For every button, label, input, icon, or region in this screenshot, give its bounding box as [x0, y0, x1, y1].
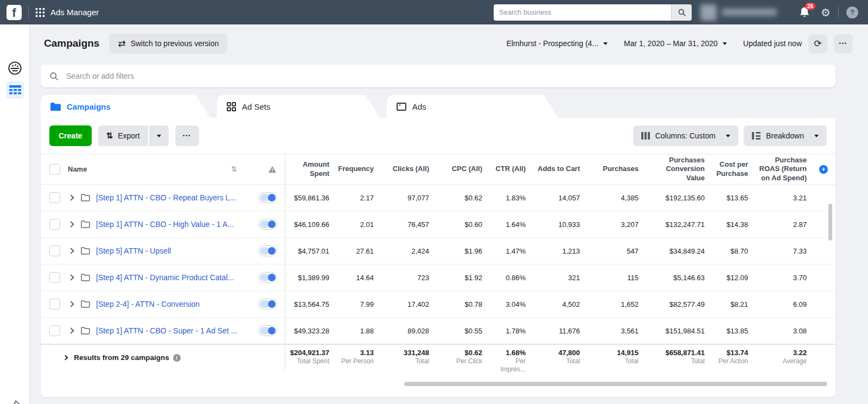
campaign-toggle[interactable]: [258, 272, 277, 283]
campaign-name-link[interactable]: [Step 2-4] - ATTN - Conversion: [96, 300, 254, 308]
total-sub: Total: [625, 357, 639, 365]
column-header-ctr[interactable]: CTR (All): [490, 165, 533, 173]
table-row: [Step 1] ATTN - CBO - Super - 1 Ad Set .…: [41, 318, 835, 344]
column-header-amount-spent[interactable]: Amount Spent: [285, 160, 337, 178]
cell-roas: 3.08: [756, 327, 814, 335]
business-search-input[interactable]: [494, 4, 671, 21]
chevron-down-icon: [814, 135, 819, 137]
cell-amount-spent: $4,757.01: [285, 247, 337, 255]
pin-icon[interactable]: [8, 399, 22, 404]
total-roas: 3.22: [793, 349, 807, 357]
folder-icon: [81, 327, 90, 334]
row-checkbox[interactable]: [49, 219, 60, 230]
expand-chevron-icon[interactable]: [68, 194, 74, 200]
create-button[interactable]: Create: [49, 125, 92, 146]
sort-icon[interactable]: ⇅: [231, 165, 237, 173]
chevron-down-icon: [723, 42, 727, 45]
campaigns-table-nav-icon[interactable]: [6, 81, 24, 99]
campaign-toggle[interactable]: [258, 299, 277, 310]
date-range-selector[interactable]: Mar 1, 2020 – Mar 31, 2020: [624, 39, 727, 48]
refresh-button[interactable]: ⟳: [808, 34, 827, 53]
campaign-name-link[interactable]: [Step 4] ATTN - Dynamic Product Catal...: [96, 273, 254, 282]
notifications-button[interactable]: 26: [799, 7, 811, 18]
campaign-toggle[interactable]: [258, 192, 277, 203]
export-dropdown-button[interactable]: [149, 125, 169, 146]
create-button-label: Create: [59, 131, 82, 140]
cell-purchases: 4,385: [588, 194, 646, 202]
swap-arrows-icon: ⇄: [118, 38, 125, 49]
row-checkbox[interactable]: [49, 299, 60, 310]
cell-cpc: $0.60: [437, 220, 490, 229]
vertical-scrollbar[interactable]: [828, 204, 832, 241]
breakdown-button[interactable]: Breakdown: [744, 125, 827, 146]
column-header-name[interactable]: Name: [68, 165, 87, 173]
filter-search-input[interactable]: [66, 72, 827, 80]
cell-conversion-value: $132,247.71: [646, 220, 712, 229]
campaign-toggle[interactable]: [258, 219, 277, 230]
campaigns-panel: Create ⇅ Export ••• Columns: Custom: [41, 118, 835, 397]
column-header-clicks[interactable]: Clicks (All): [381, 165, 437, 173]
column-header-frequency[interactable]: Frequency: [337, 165, 381, 173]
row-checkbox[interactable]: [49, 192, 60, 203]
campaign-name-link[interactable]: [Step 1] ATTN - CBO - Repeat Buyers L...: [96, 193, 254, 202]
switch-version-label: Switch to previous version: [131, 39, 219, 48]
column-header-cost-per-purchase[interactable]: Cost per Purchase: [712, 160, 756, 178]
tab-campaigns[interactable]: Campaigns: [41, 95, 210, 118]
cell-roas: 3.21: [756, 194, 814, 202]
horizontal-scrollbar[interactable]: [404, 382, 827, 386]
campaign-name-link[interactable]: [Step 1] ATTN - CBO - Super - 1 Ad Set .…: [96, 326, 254, 335]
column-header-purchase-roas[interactable]: Purchase ROAS (Return on Ad Spend): [756, 156, 814, 182]
table-header-row: Name ⇅ Amount Spent Frequency Clicks (Al…: [41, 154, 835, 185]
info-icon[interactable]: i: [173, 354, 181, 362]
campaign-toggle[interactable]: [258, 245, 277, 256]
cell-conversion-value: $151,984.51: [646, 327, 712, 335]
header-more-button[interactable]: •••: [834, 34, 853, 53]
expand-chevron-icon[interactable]: [63, 355, 68, 360]
cell-adds-to-cart: 11,676: [533, 327, 588, 335]
column-header-adds-to-cart[interactable]: Adds to Cart: [533, 165, 588, 173]
expand-chevron-icon[interactable]: [68, 221, 74, 227]
help-button[interactable]: ?: [846, 7, 858, 18]
expand-chevron-icon[interactable]: [68, 248, 74, 254]
column-header-purchases-conversion-value[interactable]: Purchases Conversion Value: [646, 156, 712, 182]
campaign-toggle[interactable]: [258, 325, 277, 336]
columns-selector-label: Columns: Custom: [655, 131, 716, 140]
app-grid-icon[interactable]: [35, 8, 45, 17]
updated-status: Updated just now: [743, 39, 802, 48]
settings-gear-icon[interactable]: ⚙: [821, 7, 831, 18]
user-profile[interactable]: [700, 4, 787, 21]
breakdown-icon: [752, 132, 761, 140]
columns-selector-button[interactable]: Columns: Custom: [633, 125, 738, 146]
tab-ad-sets-label: Ad Sets: [242, 102, 271, 111]
table-row: [Step 1] ATTN - CBO - High Value - 1 A..…: [41, 211, 835, 238]
column-header-cpc[interactable]: CPC (All): [437, 165, 490, 173]
delivery-warning-icon: [269, 166, 276, 173]
cell-purchases: 547: [588, 247, 646, 255]
row-checkbox[interactable]: [49, 245, 60, 256]
expand-chevron-icon[interactable]: [68, 327, 74, 333]
account-overview-icon[interactable]: [7, 60, 23, 78]
switch-version-button[interactable]: ⇄ Switch to previous version: [109, 34, 227, 54]
campaign-name-link[interactable]: [Step 5] ATTN - Upsell: [96, 247, 254, 255]
facebook-logo-icon[interactable]: f: [7, 5, 22, 20]
tab-ad-sets[interactable]: Ad Sets: [217, 95, 380, 118]
select-all-checkbox[interactable]: [49, 164, 60, 175]
export-button[interactable]: ⇅ Export: [98, 125, 148, 146]
row-checkbox[interactable]: [49, 325, 60, 336]
expand-chevron-icon[interactable]: [68, 301, 74, 307]
cell-cost-per-purchase: $12.09: [712, 274, 756, 282]
cell-amount-spent: $49,323.28: [285, 327, 337, 335]
column-header-purchases[interactable]: Purchases: [588, 165, 646, 173]
expand-chevron-icon[interactable]: [68, 274, 74, 280]
cell-purchases: 115: [588, 274, 646, 282]
tab-ads[interactable]: Ads: [387, 95, 558, 118]
cell-frequency: 2.17: [337, 194, 381, 202]
total-sub: Total: [416, 357, 429, 365]
search-submit-button[interactable]: [671, 4, 692, 21]
toolbar-more-button[interactable]: •••: [175, 125, 199, 146]
add-column-icon[interactable]: +: [819, 165, 828, 174]
campaign-name-link[interactable]: [Step 1] ATTN - CBO - High Value - 1 A..…: [96, 220, 254, 229]
level-tabs: Campaigns Ad Sets Ads: [41, 95, 868, 118]
account-selector[interactable]: Elmhurst - Prospecting (4...: [506, 39, 608, 48]
row-checkbox[interactable]: [49, 272, 60, 283]
